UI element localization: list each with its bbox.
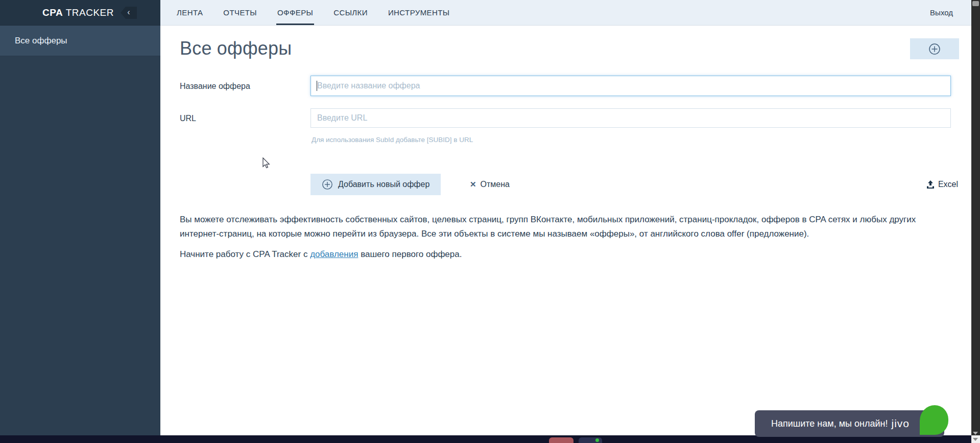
tab-lenta[interactable]: ЛЕНТА [177, 0, 203, 25]
jivo-leaf-icon [920, 405, 948, 435]
getting-started-paragraph: Начните работу с CPA Tracker с добавлени… [180, 249, 462, 260]
app-logo: CPA TRACKER ‹ [0, 0, 160, 26]
add-offer-button[interactable] [910, 38, 959, 59]
sidebar-collapse-holder: ‹ [138, 0, 158, 26]
scrollbar-down-arrow-icon [973, 432, 978, 435]
offer-name-input[interactable] [310, 76, 951, 96]
brand-rest: TRACKER [63, 7, 114, 18]
form-actions: Добавить новый оффер ✕ Отмена Excel [310, 174, 959, 195]
logout-label: Выход [930, 8, 953, 17]
tab-otchety[interactable]: ОТЧЕТЫ [223, 0, 257, 25]
chevron-left-icon: ‹ [127, 8, 130, 16]
jivo-logo: jivo [891, 417, 910, 430]
sidebar-collapse-button[interactable]: ‹ [121, 7, 137, 19]
taskbar-app-dark[interactable] [579, 437, 602, 443]
close-icon: ✕ [470, 180, 476, 189]
text-caret [317, 81, 317, 91]
scrollbar-thumb[interactable] [972, 1, 979, 6]
main-content: Все офферы Название оффера URL Для испол… [160, 26, 971, 435]
jivo-chat-widget[interactable]: Напишите нам, мы онлайн! jivo [755, 410, 944, 437]
status-dot-green [595, 438, 599, 442]
tab-instrumenty[interactable]: ИНСТРУМЕНТЫ [388, 0, 450, 25]
tab-offery[interactable]: ОФФЕРЫ [277, 0, 313, 25]
excel-label: Excel [938, 180, 958, 189]
subid-hint: Для использования SubId добавьте [SUBID]… [312, 136, 473, 144]
plus-circle-icon [928, 43, 941, 55]
tab-label: ОТЧЕТЫ [223, 8, 257, 17]
tab-label: ИНСТРУМЕНТЫ [388, 8, 450, 17]
description-paragraph: Вы можете отслеживать эффективность собс… [180, 213, 950, 241]
offer-url-label: URL [180, 114, 196, 123]
tab-ssylki[interactable]: ССЫЛКИ [333, 0, 368, 25]
sidebar-item-label: Все офферы [15, 36, 67, 46]
excel-export-button[interactable]: Excel [926, 176, 958, 193]
sidebar-item-all-offers[interactable]: Все офферы [0, 26, 160, 56]
p2-before: Начните работу с CPA Tracker с [180, 249, 310, 259]
submit-label: Добавить новый оффер [338, 180, 429, 189]
upload-icon [926, 180, 935, 189]
p2-after: вашего первого оффера. [358, 249, 462, 259]
brand-bold: CPA [42, 7, 63, 18]
taskbar-app-red[interactable] [549, 437, 573, 443]
cancel-label: Отмена [481, 180, 510, 189]
chat-message: Напишите нам, мы онлайн! [771, 418, 888, 429]
page-scrollbar[interactable] [971, 0, 980, 443]
top-navigation: ЛЕНТА ОТЧЕТЫ ОФФЕРЫ ССЫЛКИ ИНСТРУМЕНТЫ В… [160, 0, 971, 26]
tab-label: ОФФЕРЫ [277, 8, 313, 17]
add-offer-link[interactable]: добавления [310, 249, 358, 259]
sidebar: CPA TRACKER ‹ Все офферы [0, 0, 160, 435]
offer-url-input[interactable] [310, 108, 951, 128]
brand-text: CPA TRACKER [42, 7, 114, 18]
scrollbar-down-button[interactable] [971, 435, 980, 443]
logout-link[interactable]: Выход [930, 0, 971, 25]
tab-label: ССЫЛКИ [333, 8, 368, 17]
tab-label: ЛЕНТА [177, 8, 203, 17]
page-title: Все офферы [180, 38, 971, 59]
plus-circle-icon [322, 179, 333, 190]
cancel-button[interactable]: ✕ Отмена [470, 174, 510, 195]
offer-name-label: Название оффера [180, 82, 250, 91]
submit-offer-button[interactable]: Добавить новый оффер [310, 174, 441, 195]
